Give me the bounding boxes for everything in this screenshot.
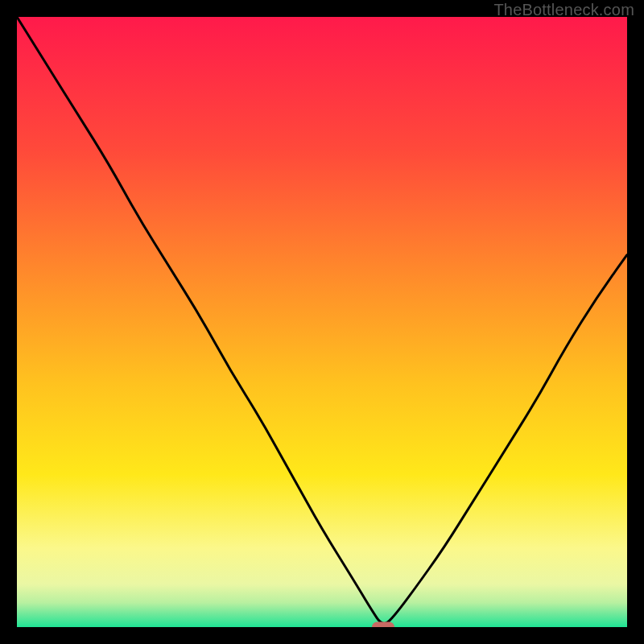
plot-area (17, 17, 627, 627)
watermark: TheBottleneck.com (493, 1, 634, 19)
optimal-marker (372, 622, 394, 628)
svg-rect-0 (17, 17, 627, 627)
chart-frame: TheBottleneck.com (0, 0, 644, 644)
background-gradient (17, 17, 627, 627)
